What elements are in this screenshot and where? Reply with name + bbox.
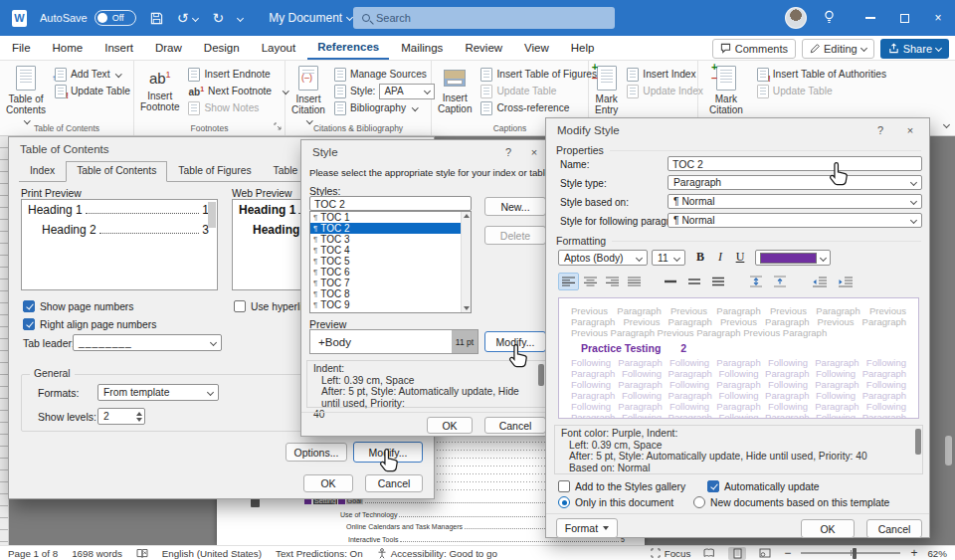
ok-button[interactable]: OK: [303, 474, 353, 492]
insert-caption-button[interactable]: Insert Caption: [438, 64, 472, 114]
align-left-button[interactable]: [558, 273, 579, 290]
new-style-button[interactable]: New...: [484, 197, 546, 216]
presence-icon[interactable]: [823, 10, 836, 27]
zoom-in-button[interactable]: +: [910, 546, 917, 560]
maximize-button[interactable]: [887, 0, 921, 36]
zoom-out-button[interactable]: −: [784, 546, 791, 560]
list-item[interactable]: ¶TOC 6: [310, 267, 471, 278]
document-title[interactable]: My Document: [269, 11, 352, 25]
right-align-checkbox[interactable]: Right align page numbers: [23, 318, 156, 330]
tab-file[interactable]: File: [2, 36, 41, 60]
style-name-input[interactable]: [309, 196, 472, 211]
single-spacing-button[interactable]: [660, 273, 680, 290]
description-scrollbar-thumb[interactable]: [915, 429, 921, 455]
description-scrollbar-thumb[interactable]: [538, 364, 544, 386]
help-icon[interactable]: ?: [499, 144, 517, 160]
increase-paragraph-spacing-button[interactable]: [745, 273, 766, 290]
tab-leader-select[interactable]: ________: [73, 334, 222, 351]
close-window-button[interactable]: ×: [921, 0, 955, 36]
zoom-slider[interactable]: [801, 552, 900, 554]
table-of-contents-button[interactable]: Table of Contents: [6, 64, 46, 126]
tab-help[interactable]: Help: [561, 36, 605, 60]
undo-icon[interactable]: ↺: [177, 11, 199, 25]
save-icon[interactable]: [150, 12, 163, 25]
style-following-select[interactable]: ¶ Normal: [668, 213, 922, 228]
ok-button[interactable]: OK: [801, 519, 855, 538]
list-item[interactable]: ¶TOC 7: [310, 278, 471, 288]
text-predictions[interactable]: Text Predictions: On: [276, 548, 363, 559]
footnotes-dialog-launcher-icon[interactable]: [274, 120, 282, 132]
font-size-select[interactable]: 11: [652, 250, 685, 266]
insert-footnote-button[interactable]: ab1 Insert Footnote: [140, 64, 179, 112]
cancel-button[interactable]: Cancel: [866, 519, 922, 538]
user-avatar[interactable]: [785, 7, 807, 29]
focus-mode-button[interactable]: Focus: [651, 548, 691, 559]
comments-button[interactable]: Comments: [712, 39, 796, 59]
cross-reference-button[interactable]: Cross-reference: [478, 99, 600, 116]
redo-icon[interactable]: ↻: [212, 11, 224, 25]
print-layout-icon[interactable]: [728, 547, 746, 560]
tab-mailings[interactable]: Mailings: [391, 36, 453, 60]
list-item[interactable]: ¶TOC 4: [310, 245, 471, 256]
decrease-indent-button[interactable]: [809, 273, 830, 290]
only-in-document-radio[interactable]: Only in this document: [558, 496, 673, 508]
style-based-on-select[interactable]: ¶ Normal: [668, 194, 922, 209]
spinner-arrows[interactable]: [136, 412, 142, 422]
add-text-button[interactable]: Add Text: [52, 66, 133, 83]
add-to-gallery-checkbox[interactable]: Add to the Styles gallery: [558, 480, 685, 492]
toc-control-icon[interactable]: [251, 498, 260, 507]
list-scrollbar[interactable]: [461, 212, 471, 312]
vertical-scrollbar-thumb[interactable]: [945, 436, 952, 466]
tab-index[interactable]: Index: [19, 161, 66, 181]
list-item[interactable]: ¶TOC 1: [310, 212, 471, 223]
underline-button[interactable]: U: [731, 249, 749, 266]
read-mode-icon[interactable]: [700, 547, 718, 560]
mark-entry-button[interactable]: Mark Entry: [595, 64, 618, 115]
automatically-update-checkbox[interactable]: Automatically update: [707, 480, 820, 492]
page-indicator[interactable]: Page 1 of 8: [8, 548, 58, 559]
cancel-button[interactable]: Cancel: [484, 417, 546, 434]
align-right-button[interactable]: [602, 273, 623, 290]
collapse-ribbon-icon[interactable]: [944, 119, 949, 131]
insert-index-button[interactable]: Insert Index: [624, 66, 706, 83]
tab-home[interactable]: Home: [43, 36, 94, 60]
tab-insert[interactable]: Insert: [95, 36, 143, 60]
update-table-button[interactable]: Update Table: [52, 83, 133, 99]
style-type-select[interactable]: Paragraph: [668, 175, 922, 190]
decrease-paragraph-spacing-button[interactable]: [769, 273, 790, 290]
list-item[interactable]: ¶TOC 5: [310, 256, 471, 267]
autosave-toggle[interactable]: Off: [95, 10, 136, 26]
show-levels-spinner[interactable]: 2: [97, 408, 145, 425]
insert-citation-button[interactable]: Insert Citation: [291, 64, 325, 126]
insert-table-of-authorities-button[interactable]: Insert Table of Authorities: [754, 66, 889, 83]
toolbar-overflow-icon[interactable]: [238, 11, 243, 25]
tab-table-of-contents[interactable]: Table of Contents: [66, 161, 167, 182]
help-icon[interactable]: ?: [871, 122, 889, 138]
insert-table-of-figures-button[interactable]: Insert Table of Figures: [478, 66, 600, 83]
ok-button[interactable]: OK: [427, 417, 473, 434]
word-count[interactable]: 1698 words: [72, 548, 122, 559]
manage-sources-button[interactable]: Manage Sources: [331, 66, 438, 83]
tab-design[interactable]: Design: [194, 36, 250, 60]
align-center-button[interactable]: [580, 273, 601, 290]
tab-review[interactable]: Review: [455, 36, 512, 60]
bibliography-button[interactable]: Bibliography: [331, 99, 438, 116]
tab-table-of-figures[interactable]: Table of Figures: [167, 161, 262, 181]
list-item[interactable]: ¶TOC 3: [310, 234, 471, 245]
language-indicator[interactable]: English (United States): [162, 548, 262, 559]
new-documents-radio[interactable]: New documents based on this template: [693, 496, 889, 508]
options-button[interactable]: Options...: [286, 443, 347, 462]
preview-scrollbar-thumb[interactable]: [208, 202, 216, 228]
double-spacing-button[interactable]: [707, 273, 728, 290]
close-icon[interactable]: ×: [901, 122, 919, 138]
one-half-spacing-button[interactable]: [683, 273, 704, 290]
formats-select[interactable]: From template: [97, 384, 219, 401]
increase-indent-button[interactable]: [835, 273, 856, 290]
editing-mode-button[interactable]: Editing: [802, 39, 874, 59]
proofing-icon[interactable]: [136, 548, 148, 559]
font-color-select[interactable]: [755, 250, 831, 266]
minimize-button[interactable]: [854, 0, 887, 36]
next-footnote-button[interactable]: ab1Next Footnote: [185, 83, 290, 99]
italic-button[interactable]: I: [711, 249, 729, 266]
close-icon[interactable]: ×: [525, 144, 543, 160]
